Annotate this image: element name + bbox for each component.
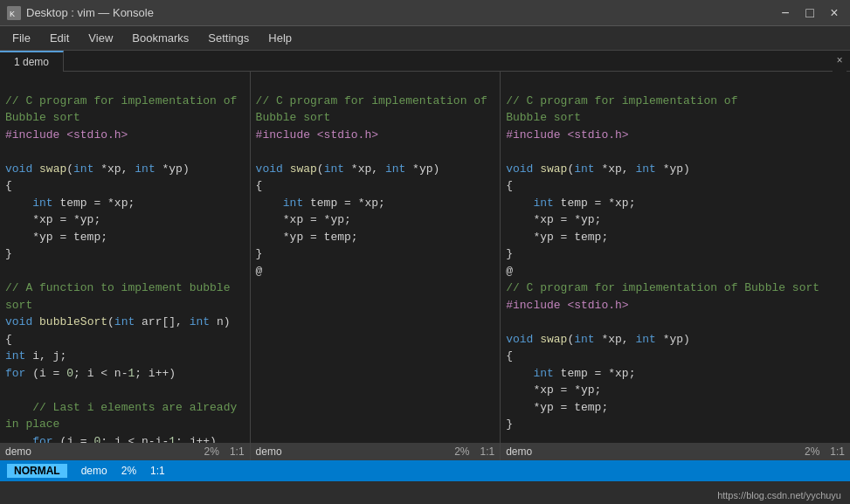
pane-1-status-right: 2% 1:1 — [204, 445, 245, 458]
vim-mode-badge: NORMAL — [7, 464, 67, 478]
pane-3-percent: 2% — [805, 445, 819, 458]
watermark: https://blog.csdn.net/yychuyu — [717, 490, 841, 501]
editor-area: // C program for implementation of Bubbl… — [0, 72, 850, 460]
code-content-2[interactable]: // C program for implementation of Bubbl… — [251, 72, 501, 460]
title-bar-left: K Desktop : vim — Konsole — [7, 6, 154, 20]
tab-demo[interactable]: 1 demo — [0, 51, 64, 72]
pane-2-status-right: 2% 1:1 — [454, 445, 494, 458]
pane-1-filename: demo — [5, 445, 31, 458]
pane-2-pos: 1:1 — [480, 445, 495, 458]
tab-label: 1 demo — [14, 56, 49, 68]
code-content-3[interactable]: // C program for implementation of Bubbl… — [501, 72, 850, 460]
code-content-1[interactable]: // C program for implementation of Bubbl… — [0, 72, 250, 460]
pane-2-status: demo 2% 1:1 — [251, 443, 501, 460]
status-bar-left: NORMAL demo 2% 1:1 — [7, 464, 165, 478]
menu-item-settings[interactable]: Settings — [199, 30, 258, 46]
editor-pane-2: // C program for implementation of Bubbl… — [251, 72, 501, 460]
pane-3-pos: 1:1 — [830, 445, 845, 458]
tab-close-button[interactable]: × — [833, 51, 847, 72]
status-filename: demo — [81, 465, 107, 477]
pane-2-filename: demo — [256, 445, 282, 458]
title-bar: K Desktop : vim — Konsole − □ × — [0, 0, 850, 26]
window-controls: − □ × — [777, 5, 843, 21]
svg-text:K: K — [10, 10, 15, 18]
pane-2-percent: 2% — [454, 445, 469, 458]
pane-3-filename: demo — [506, 445, 532, 458]
window-title: Desktop : vim — Konsole — [26, 6, 154, 19]
tab-bar: 1 demo × — [0, 51, 850, 72]
pane-1-percent: 2% — [204, 445, 219, 458]
menu-item-edit[interactable]: Edit — [41, 30, 78, 46]
menu-item-help[interactable]: Help — [259, 30, 301, 46]
minimize-button[interactable]: − — [777, 5, 794, 21]
menu-item-file[interactable]: File — [3, 30, 39, 46]
pane-1-pos: 1:1 — [230, 445, 245, 458]
menu-bar: FileEditViewBookmarksSettingsHelp — [0, 26, 850, 51]
editor-pane-1: // C program for implementation of Bubbl… — [0, 72, 251, 460]
close-button[interactable]: × — [826, 5, 843, 21]
menu-item-bookmarks[interactable]: Bookmarks — [123, 30, 197, 46]
pane-1-status: demo 2% 1:1 — [0, 443, 250, 460]
maximize-button[interactable]: □ — [801, 5, 819, 21]
pane-3-status-right: 2% 1:1 — [805, 445, 845, 458]
pane-3-status: demo 2% 1:1 — [501, 443, 850, 460]
editor-pane-3: // C program for implementation of Bubbl… — [501, 72, 850, 460]
status-bar: NORMAL demo 2% 1:1 — [0, 460, 850, 481]
status-percent: 2% — [121, 465, 136, 477]
status-position: 1:1 — [150, 465, 165, 477]
menu-item-view[interactable]: View — [79, 30, 121, 46]
app-icon: K — [7, 6, 21, 20]
